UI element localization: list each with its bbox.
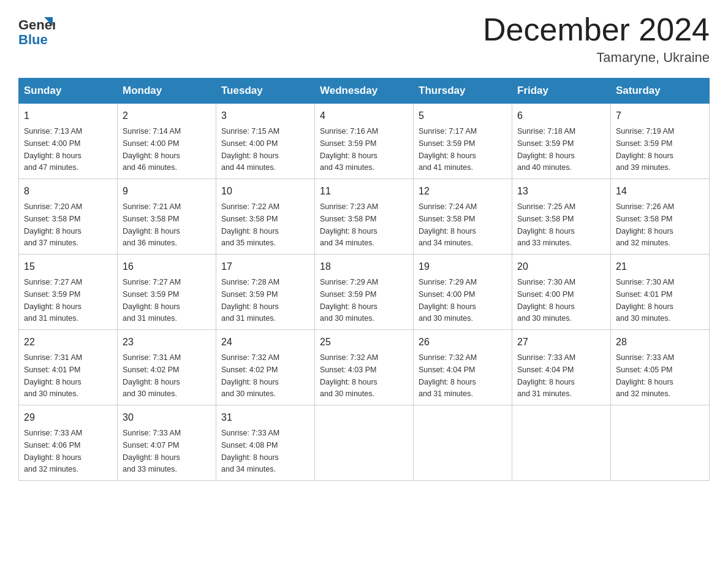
calendar-day-cell: 23 Sunrise: 7:31 AM Sunset: 4:02 PM Dayl… (118, 330, 216, 405)
day-number: 12 (419, 184, 507, 199)
day-number: 19 (419, 259, 507, 274)
calendar-day-cell: 25 Sunrise: 7:32 AM Sunset: 4:03 PM Dayl… (315, 330, 414, 405)
day-info: Sunrise: 7:14 AM Sunset: 4:00 PM Dayligh… (123, 127, 181, 172)
day-info: Sunrise: 7:31 AM Sunset: 4:01 PM Dayligh… (24, 353, 82, 398)
day-info: Sunrise: 7:17 AM Sunset: 3:59 PM Dayligh… (419, 127, 477, 172)
day-number: 5 (419, 109, 507, 123)
logo: General Blue (18, 12, 55, 46)
calendar-day-cell: 17 Sunrise: 7:28 AM Sunset: 3:59 PM Dayl… (216, 255, 315, 330)
calendar-day-cell: 3 Sunrise: 7:15 AM Sunset: 4:00 PM Dayli… (216, 104, 315, 179)
calendar-day-cell: 22 Sunrise: 7:31 AM Sunset: 4:01 PM Dayl… (19, 330, 118, 405)
calendar-day-cell (512, 405, 611, 481)
calendar-header-row: SundayMondayTuesdayWednesdayThursdayFrid… (19, 79, 710, 104)
day-info: Sunrise: 7:32 AM Sunset: 4:02 PM Dayligh… (221, 353, 279, 398)
day-number: 29 (24, 410, 112, 425)
calendar-day-cell (611, 405, 710, 481)
day-info: Sunrise: 7:13 AM Sunset: 4:00 PM Dayligh… (24, 127, 82, 172)
calendar-day-cell: 24 Sunrise: 7:32 AM Sunset: 4:02 PM Dayl… (216, 330, 315, 405)
day-info: Sunrise: 7:25 AM Sunset: 3:58 PM Dayligh… (517, 202, 575, 247)
calendar-week-row: 15 Sunrise: 7:27 AM Sunset: 3:59 PM Dayl… (19, 255, 710, 330)
location: Tamaryne, Ukraine (483, 50, 710, 66)
calendar-day-cell: 19 Sunrise: 7:29 AM Sunset: 4:00 PM Dayl… (414, 255, 512, 330)
calendar-table: SundayMondayTuesdayWednesdayThursdayFrid… (18, 78, 710, 481)
calendar-day-cell: 2 Sunrise: 7:14 AM Sunset: 4:00 PM Dayli… (118, 104, 216, 179)
day-info: Sunrise: 7:29 AM Sunset: 3:59 PM Dayligh… (320, 278, 378, 323)
calendar-day-cell: 15 Sunrise: 7:27 AM Sunset: 3:59 PM Dayl… (19, 255, 118, 330)
day-header-monday: Monday (118, 79, 216, 104)
day-info: Sunrise: 7:33 AM Sunset: 4:08 PM Dayligh… (221, 429, 279, 473)
day-number: 14 (616, 184, 704, 199)
day-info: Sunrise: 7:28 AM Sunset: 3:59 PM Dayligh… (221, 278, 279, 323)
calendar-day-cell: 9 Sunrise: 7:21 AM Sunset: 3:58 PM Dayli… (118, 179, 216, 255)
day-number: 10 (221, 184, 309, 199)
day-number: 2 (123, 109, 211, 123)
calendar-day-cell: 13 Sunrise: 7:25 AM Sunset: 3:58 PM Dayl… (512, 179, 611, 255)
calendar-day-cell: 27 Sunrise: 7:33 AM Sunset: 4:04 PM Dayl… (512, 330, 611, 405)
day-header-thursday: Thursday (414, 79, 512, 104)
day-info: Sunrise: 7:27 AM Sunset: 3:59 PM Dayligh… (24, 278, 82, 323)
day-number: 17 (221, 259, 309, 274)
calendar-day-cell: 8 Sunrise: 7:20 AM Sunset: 3:58 PM Dayli… (19, 179, 118, 255)
day-number: 27 (517, 335, 605, 350)
day-header-tuesday: Tuesday (216, 79, 315, 104)
calendar-day-cell: 7 Sunrise: 7:19 AM Sunset: 3:59 PM Dayli… (611, 104, 710, 179)
calendar-day-cell: 31 Sunrise: 7:33 AM Sunset: 4:08 PM Dayl… (216, 405, 315, 481)
day-number: 9 (123, 184, 211, 199)
page-header: General Blue December 2024 Tamaryne, Ukr… (18, 12, 710, 66)
calendar-day-cell: 11 Sunrise: 7:23 AM Sunset: 3:58 PM Dayl… (315, 179, 414, 255)
calendar-day-cell: 5 Sunrise: 7:17 AM Sunset: 3:59 PM Dayli… (414, 104, 512, 179)
day-header-wednesday: Wednesday (315, 79, 414, 104)
day-info: Sunrise: 7:29 AM Sunset: 4:00 PM Dayligh… (419, 278, 477, 323)
calendar-week-row: 22 Sunrise: 7:31 AM Sunset: 4:01 PM Dayl… (19, 330, 710, 405)
day-info: Sunrise: 7:33 AM Sunset: 4:06 PM Dayligh… (24, 429, 82, 473)
day-number: 25 (320, 335, 408, 350)
day-number: 20 (517, 259, 605, 274)
day-number: 4 (320, 109, 408, 123)
day-info: Sunrise: 7:20 AM Sunset: 3:58 PM Dayligh… (24, 202, 82, 247)
calendar-day-cell: 6 Sunrise: 7:18 AM Sunset: 3:59 PM Dayli… (512, 104, 611, 179)
day-info: Sunrise: 7:22 AM Sunset: 3:58 PM Dayligh… (221, 202, 279, 247)
day-number: 28 (616, 335, 704, 350)
calendar-day-cell (414, 405, 512, 481)
day-info: Sunrise: 7:16 AM Sunset: 3:59 PM Dayligh… (320, 127, 378, 172)
day-info: Sunrise: 7:32 AM Sunset: 4:04 PM Dayligh… (419, 353, 477, 398)
day-number: 16 (123, 259, 211, 274)
day-number: 11 (320, 184, 408, 199)
calendar-day-cell (315, 405, 414, 481)
day-number: 3 (221, 109, 309, 123)
day-number: 26 (419, 335, 507, 350)
day-info: Sunrise: 7:33 AM Sunset: 4:07 PM Dayligh… (123, 429, 181, 473)
day-number: 22 (24, 335, 112, 350)
calendar-day-cell: 20 Sunrise: 7:30 AM Sunset: 4:00 PM Dayl… (512, 255, 611, 330)
day-info: Sunrise: 7:31 AM Sunset: 4:02 PM Dayligh… (123, 353, 181, 398)
calendar-week-row: 8 Sunrise: 7:20 AM Sunset: 3:58 PM Dayli… (19, 179, 710, 255)
month-title: December 2024 (483, 12, 710, 47)
calendar-day-cell: 10 Sunrise: 7:22 AM Sunset: 3:58 PM Dayl… (216, 179, 315, 255)
day-number: 6 (517, 109, 605, 123)
day-info: Sunrise: 7:33 AM Sunset: 4:05 PM Dayligh… (616, 353, 674, 398)
calendar-day-cell: 12 Sunrise: 7:24 AM Sunset: 3:58 PM Dayl… (414, 179, 512, 255)
day-info: Sunrise: 7:15 AM Sunset: 4:00 PM Dayligh… (221, 127, 279, 172)
calendar-day-cell: 30 Sunrise: 7:33 AM Sunset: 4:07 PM Dayl… (118, 405, 216, 481)
calendar-day-cell: 16 Sunrise: 7:27 AM Sunset: 3:59 PM Dayl… (118, 255, 216, 330)
day-info: Sunrise: 7:30 AM Sunset: 4:00 PM Dayligh… (517, 278, 575, 323)
calendar-day-cell: 28 Sunrise: 7:33 AM Sunset: 4:05 PM Dayl… (611, 330, 710, 405)
calendar-day-cell: 1 Sunrise: 7:13 AM Sunset: 4:00 PM Dayli… (19, 104, 118, 179)
calendar-day-cell: 21 Sunrise: 7:30 AM Sunset: 4:01 PM Dayl… (611, 255, 710, 330)
day-number: 23 (123, 335, 211, 350)
day-number: 18 (320, 259, 408, 274)
day-info: Sunrise: 7:18 AM Sunset: 3:59 PM Dayligh… (517, 127, 575, 172)
day-number: 21 (616, 259, 704, 274)
calendar-day-cell: 4 Sunrise: 7:16 AM Sunset: 3:59 PM Dayli… (315, 104, 414, 179)
day-info: Sunrise: 7:27 AM Sunset: 3:59 PM Dayligh… (123, 278, 181, 323)
logo-icon: General Blue (18, 12, 55, 46)
day-info: Sunrise: 7:21 AM Sunset: 3:58 PM Dayligh… (123, 202, 181, 247)
day-info: Sunrise: 7:26 AM Sunset: 3:58 PM Dayligh… (616, 202, 674, 247)
day-info: Sunrise: 7:32 AM Sunset: 4:03 PM Dayligh… (320, 353, 378, 398)
calendar-week-row: 1 Sunrise: 7:13 AM Sunset: 4:00 PM Dayli… (19, 104, 710, 179)
day-info: Sunrise: 7:19 AM Sunset: 3:59 PM Dayligh… (616, 127, 674, 172)
day-header-friday: Friday (512, 79, 611, 104)
calendar-week-row: 29 Sunrise: 7:33 AM Sunset: 4:06 PM Dayl… (19, 405, 710, 481)
day-info: Sunrise: 7:24 AM Sunset: 3:58 PM Dayligh… (419, 202, 477, 247)
day-number: 31 (221, 410, 309, 425)
